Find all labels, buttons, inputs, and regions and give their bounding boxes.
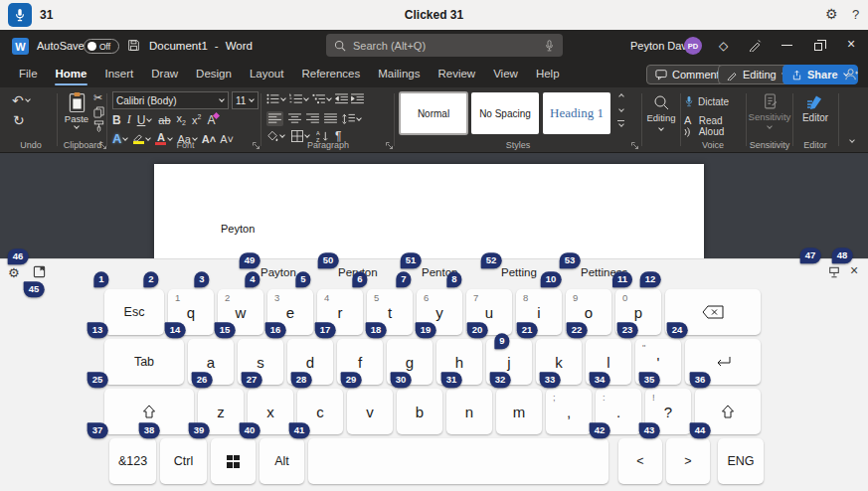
pen-mode-icon[interactable] xyxy=(749,39,762,52)
clipboard-group: Paste ✂ Clipboard xyxy=(60,87,105,152)
key-comma[interactable]: ;, xyxy=(546,389,592,434)
key-arrow-left[interactable]: < xyxy=(618,438,662,484)
chevron-down-icon xyxy=(767,123,773,129)
key-b[interactable]: b xyxy=(397,389,442,434)
clipboard-history-icon[interactable] xyxy=(33,265,46,278)
shift-icon xyxy=(141,404,157,419)
decrease-indent-button[interactable] xyxy=(335,93,348,104)
key-secondary-label: 6 xyxy=(424,292,429,303)
key-space[interactable] xyxy=(308,438,608,484)
key-esc[interactable]: Esc xyxy=(104,289,164,335)
tab-insert[interactable]: Insert xyxy=(95,62,142,87)
styles-gallery-expand[interactable] xyxy=(617,120,624,128)
keyboard-dock-icon[interactable] xyxy=(828,266,840,278)
copy-button[interactable] xyxy=(93,106,104,118)
key-alt[interactable]: Alt xyxy=(260,438,304,484)
tab-layout[interactable]: Layout xyxy=(241,62,293,87)
read-aloud-button[interactable]: A Read Aloud xyxy=(684,114,744,138)
styles-scroll-down[interactable] xyxy=(618,106,624,112)
styles-dialog-launcher[interactable] xyxy=(630,141,639,150)
key-m[interactable]: m xyxy=(496,389,542,434)
editing-button[interactable]: Editing xyxy=(643,94,679,132)
read-aloud-icon: A xyxy=(684,114,696,138)
collapse-ribbon-chevron[interactable] xyxy=(849,137,855,143)
redo-button[interactable]: ↻ xyxy=(13,113,25,127)
badge-6: 6 xyxy=(352,271,367,287)
tab-home[interactable]: Home xyxy=(47,62,96,87)
bold-button[interactable]: B xyxy=(112,113,121,127)
font-family-select[interactable]: Calibri (Body) xyxy=(112,91,229,109)
subscript-button[interactable]: x2 xyxy=(177,112,186,126)
tab-help[interactable]: Help xyxy=(527,62,569,87)
align-center-button[interactable] xyxy=(288,113,301,124)
font-size-select[interactable]: 11 xyxy=(232,91,259,109)
key-symbols[interactable]: &123 xyxy=(109,438,156,484)
save-icon[interactable] xyxy=(127,39,140,52)
italic-button[interactable]: I xyxy=(127,112,131,127)
settings-gear-icon[interactable]: ⚙ xyxy=(825,6,838,22)
tab-references[interactable]: References xyxy=(292,62,369,87)
underline-button[interactable]: U xyxy=(137,113,153,127)
strikethrough-button[interactable]: ab xyxy=(158,114,170,126)
line-spacing-button[interactable] xyxy=(342,113,362,124)
align-right-button[interactable] xyxy=(306,113,319,124)
key-label: g xyxy=(406,354,414,371)
badge-40: 40 xyxy=(240,422,260,438)
multilevel-list-button[interactable] xyxy=(312,93,332,104)
numbering-button[interactable] xyxy=(289,93,309,104)
editing-button-label: Editing xyxy=(646,113,675,123)
search-mic-icon[interactable] xyxy=(544,40,555,52)
close-button[interactable]: × xyxy=(847,36,855,52)
document-page[interactable]: Peyton xyxy=(154,164,704,258)
badge-14: 14 xyxy=(165,322,186,338)
style-normal[interactable]: Normal xyxy=(400,92,467,134)
dictate-button[interactable]: Dictate xyxy=(684,95,729,107)
key-tab[interactable]: Tab xyxy=(104,339,184,385)
tab-view[interactable]: View xyxy=(484,62,527,87)
increase-indent-button[interactable] xyxy=(351,93,364,104)
tab-mailings[interactable]: Mailings xyxy=(369,62,429,87)
clear-formatting-button[interactable]: A xyxy=(207,113,215,127)
font-family-value: Calibri (Body) xyxy=(116,95,219,106)
align-left-button[interactable] xyxy=(266,111,283,126)
tab-review[interactable]: Review xyxy=(429,62,484,87)
bullets-button[interactable] xyxy=(266,93,286,104)
undo-button[interactable]: ↶ xyxy=(12,93,31,107)
font-dialog-launcher[interactable] xyxy=(252,141,260,150)
key-v[interactable]: v xyxy=(347,389,393,434)
document-canvas[interactable]: Peyton xyxy=(0,153,868,258)
suggestion-payton[interactable]: Payton xyxy=(260,266,296,278)
key-win[interactable] xyxy=(211,438,256,484)
paragraph-dialog-launcher[interactable] xyxy=(385,141,394,150)
presence-icon[interactable] xyxy=(844,68,859,82)
key-label: r xyxy=(338,304,343,321)
paste-button[interactable]: Paste xyxy=(62,91,91,130)
badge-25: 25 xyxy=(87,372,108,388)
tab-file[interactable]: File xyxy=(10,62,47,87)
minimize-button[interactable] xyxy=(781,45,792,46)
gem-icon[interactable]: ◇ xyxy=(719,39,728,53)
editor-button[interactable]: Editor xyxy=(794,94,836,123)
search-input[interactable]: Search (Alt+Q) xyxy=(326,34,563,57)
help-icon[interactable]: ? xyxy=(852,7,859,22)
key-n[interactable]: n xyxy=(446,389,492,434)
style-no-spacing[interactable]: No Spacing xyxy=(471,92,539,134)
tab-design[interactable]: Design xyxy=(187,62,241,87)
style-heading-1[interactable]: Heading 1 xyxy=(543,92,610,134)
cut-button[interactable]: ✂ xyxy=(93,91,102,104)
user-avatar[interactable]: PD xyxy=(684,37,702,55)
autosave-toggle[interactable]: Off xyxy=(84,39,119,54)
tab-draw[interactable]: Draw xyxy=(142,62,187,87)
key-label: u xyxy=(485,304,493,321)
keyboard-close-icon[interactable]: × xyxy=(850,262,858,278)
styles-scroll-up[interactable] xyxy=(618,93,624,99)
key-ctrl[interactable]: Ctrl xyxy=(160,438,207,484)
keyboard-settings-gear-icon[interactable]: ⚙ xyxy=(8,265,20,280)
superscript-button[interactable]: x2 xyxy=(192,113,201,126)
restore-button[interactable] xyxy=(814,43,822,51)
format-painter-button[interactable] xyxy=(93,120,104,132)
justify-button[interactable] xyxy=(324,113,337,124)
key-arrow-right[interactable]: > xyxy=(666,438,710,484)
suggestion-petting[interactable]: Petting xyxy=(501,266,537,278)
key-lang[interactable]: ENG xyxy=(718,438,764,484)
